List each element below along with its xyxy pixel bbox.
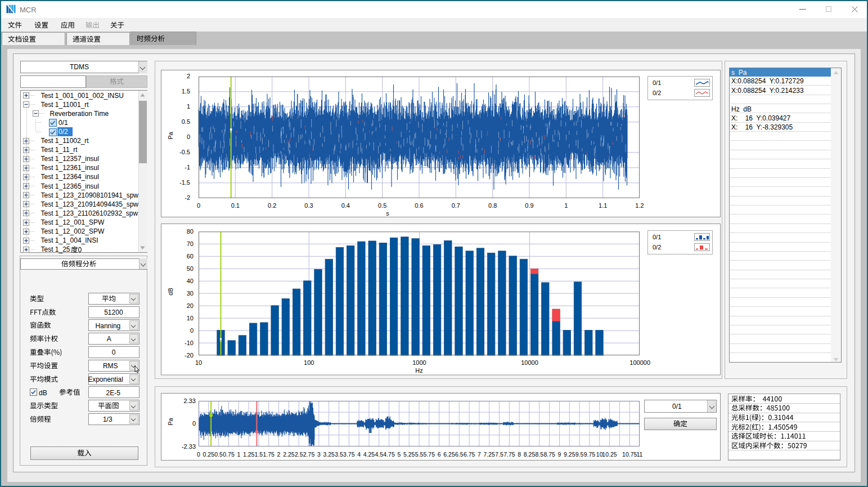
svg-text:8: 8 bbox=[518, 450, 521, 457]
svg-text:5.25: 5.25 bbox=[403, 450, 415, 457]
svg-text:-20: -20 bbox=[185, 352, 194, 359]
svg-text:8.25: 8.25 bbox=[524, 450, 536, 457]
svg-text:-1.5: -1.5 bbox=[179, 179, 190, 186]
svg-text:7: 7 bbox=[478, 450, 481, 457]
svg-text:0.9: 0.9 bbox=[525, 202, 533, 208]
svg-text:0.4: 0.4 bbox=[341, 202, 350, 208]
svg-text:0: 0 bbox=[187, 133, 190, 140]
svg-text:9.5: 9.5 bbox=[575, 450, 584, 457]
svg-text:3.25: 3.25 bbox=[323, 450, 335, 457]
svg-text:6.75: 6.75 bbox=[464, 450, 475, 457]
svg-text:1.5: 1.5 bbox=[255, 450, 263, 457]
svg-text:-2.33: -2.33 bbox=[182, 443, 196, 449]
svg-text:8.5: 8.5 bbox=[535, 450, 543, 457]
svg-text:0.6: 0.6 bbox=[415, 202, 423, 208]
svg-text:-2: -2 bbox=[185, 194, 190, 201]
svg-text:0.25: 0.25 bbox=[203, 450, 215, 457]
svg-text:3.5: 3.5 bbox=[335, 450, 343, 457]
svg-text:2.75: 2.75 bbox=[303, 450, 315, 457]
svg-text:8.75: 8.75 bbox=[543, 450, 555, 457]
svg-text:0.5: 0.5 bbox=[378, 202, 386, 208]
svg-text:9.75: 9.75 bbox=[584, 450, 596, 457]
svg-text:40: 40 bbox=[187, 278, 194, 284]
svg-text:80: 80 bbox=[187, 228, 194, 235]
svg-text:1.25: 1.25 bbox=[243, 450, 255, 457]
svg-text:0.5: 0.5 bbox=[214, 450, 223, 457]
svg-text:10: 10 bbox=[195, 359, 202, 366]
svg-text:0.8: 0.8 bbox=[488, 202, 497, 208]
svg-text:2.25: 2.25 bbox=[283, 450, 295, 457]
svg-text:9: 9 bbox=[558, 450, 561, 457]
svg-text:-0.5: -0.5 bbox=[179, 149, 190, 155]
svg-text:5: 5 bbox=[397, 450, 401, 457]
svg-text:1: 1 bbox=[187, 103, 190, 110]
svg-text:3.75: 3.75 bbox=[343, 450, 355, 457]
svg-text:0.75: 0.75 bbox=[223, 450, 235, 457]
svg-text:10: 10 bbox=[187, 315, 194, 321]
svg-text:4: 4 bbox=[357, 450, 361, 457]
svg-text:1.75: 1.75 bbox=[263, 450, 275, 457]
svg-text:2: 2 bbox=[187, 73, 190, 79]
svg-text:7.75: 7.75 bbox=[503, 450, 515, 457]
svg-text:5.75: 5.75 bbox=[424, 450, 435, 457]
svg-text:1: 1 bbox=[564, 202, 568, 208]
svg-text:5.5: 5.5 bbox=[415, 450, 424, 457]
svg-text:0.3: 0.3 bbox=[304, 202, 313, 208]
svg-text:6.25: 6.25 bbox=[443, 450, 455, 457]
svg-text:0: 0 bbox=[190, 327, 194, 334]
svg-text:70: 70 bbox=[187, 240, 194, 247]
svg-text:1.5: 1.5 bbox=[182, 88, 190, 95]
svg-text:dB: dB bbox=[167, 288, 174, 295]
svg-text:2.33: 2.33 bbox=[184, 397, 196, 404]
svg-text:10000: 10000 bbox=[521, 359, 538, 366]
svg-text:0.2: 0.2 bbox=[268, 202, 276, 208]
svg-text:6: 6 bbox=[438, 450, 441, 457]
svg-text:10.75: 10.75 bbox=[622, 450, 637, 457]
svg-text:Hz: Hz bbox=[415, 367, 422, 374]
svg-text:4.75: 4.75 bbox=[383, 450, 395, 457]
svg-text:2.5: 2.5 bbox=[295, 450, 303, 457]
svg-text:-1: -1 bbox=[185, 164, 190, 171]
svg-text:0: 0 bbox=[192, 420, 196, 427]
svg-text:0.5: 0.5 bbox=[182, 118, 190, 125]
svg-text:7.5: 7.5 bbox=[495, 450, 503, 457]
svg-text:3: 3 bbox=[317, 450, 321, 457]
svg-text:20: 20 bbox=[187, 302, 194, 309]
svg-text:7.25: 7.25 bbox=[483, 450, 495, 457]
svg-text:100000: 100000 bbox=[629, 359, 650, 366]
svg-text:0.7: 0.7 bbox=[452, 202, 460, 208]
svg-text:Pa: Pa bbox=[167, 417, 174, 425]
svg-text:1: 1 bbox=[237, 450, 240, 457]
svg-text:50: 50 bbox=[187, 265, 194, 272]
svg-text:1000: 1000 bbox=[412, 359, 426, 366]
svg-text:s: s bbox=[386, 210, 389, 217]
svg-text:0: 0 bbox=[197, 202, 200, 208]
svg-text:6.5: 6.5 bbox=[455, 450, 464, 457]
svg-text:4.5: 4.5 bbox=[375, 450, 383, 457]
svg-text:30: 30 bbox=[187, 290, 194, 297]
svg-text:1.2: 1.2 bbox=[635, 202, 644, 208]
svg-text:100: 100 bbox=[304, 359, 314, 366]
svg-text:2: 2 bbox=[277, 450, 281, 457]
svg-text:10.25: 10.25 bbox=[602, 450, 617, 457]
svg-text:4.25: 4.25 bbox=[363, 450, 375, 457]
svg-text:60: 60 bbox=[187, 253, 194, 260]
svg-text:9.25: 9.25 bbox=[564, 450, 575, 457]
svg-text:0.1: 0.1 bbox=[231, 202, 240, 208]
svg-text:Pa: Pa bbox=[167, 131, 174, 139]
svg-text:-10: -10 bbox=[185, 339, 194, 346]
svg-text:1.1: 1.1 bbox=[599, 202, 607, 208]
svg-text:11: 11 bbox=[637, 450, 643, 457]
svg-text:0: 0 bbox=[197, 450, 200, 457]
